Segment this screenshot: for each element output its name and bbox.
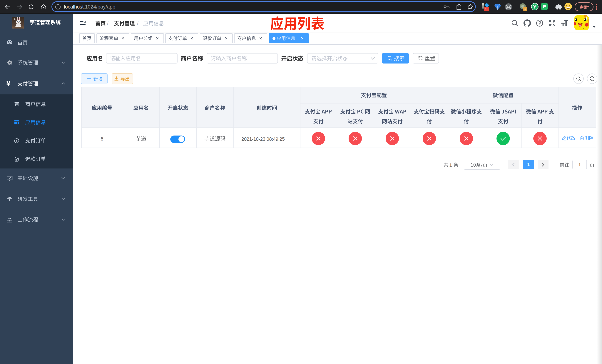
svg-text:1: 1 — [524, 7, 526, 11]
svg-text:10: 10 — [485, 7, 488, 11]
